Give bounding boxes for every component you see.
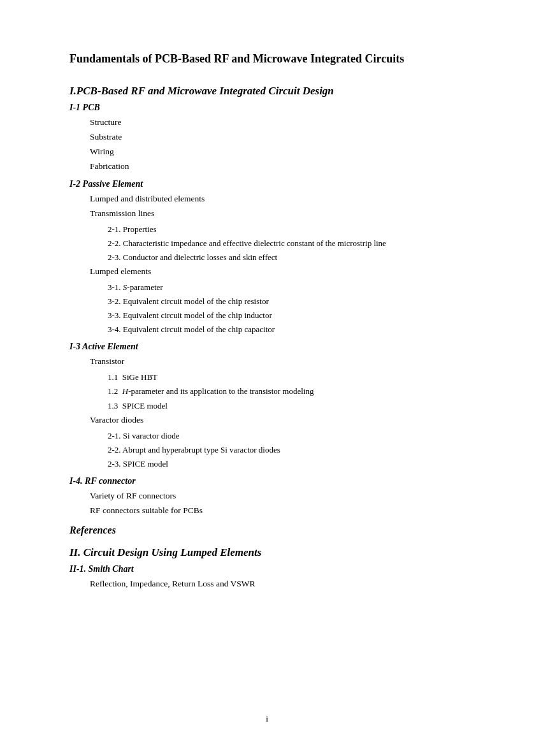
- i4-list: Variety of RF connectors RF connectors s…: [90, 489, 465, 518]
- list-item: Fabrication: [90, 159, 465, 174]
- ii1-list: Reflection, Impedance, Return Loss and V…: [90, 577, 465, 592]
- sub-item-3-3: 3-3. Equivalent circuit model of the chi…: [108, 309, 465, 323]
- list-item-transistor: Transistor: [90, 354, 465, 369]
- list-item: Transmission lines: [90, 207, 465, 221]
- page-container: Fundamentals of PCB-Based RF and Microwa…: [69, 0, 465, 756]
- list-item: Lumped elements: [90, 265, 465, 279]
- sub-item-2-2: 2-2. Characteristic impedance and effect…: [108, 236, 465, 251]
- i3-list-2: Varactor diodes: [90, 413, 465, 428]
- subsection-i3-heading: I-3 Active Element: [69, 342, 465, 352]
- sub-item-3-2: 3-2. Equivalent circuit model of the chi…: [108, 294, 465, 309]
- i1-list: Structure Substrate Wiring Fabrication: [90, 115, 465, 174]
- list-item: Variety of RF connectors: [90, 489, 465, 504]
- subsection-i2-heading: I-2 Passive Element: [69, 179, 465, 189]
- list-item: Structure: [90, 115, 465, 130]
- list-item: Wiring: [90, 145, 465, 159]
- subsection-i1-heading: I-1 PCB: [69, 103, 465, 113]
- list-item: Lumped and distributed elements: [90, 192, 465, 207]
- sub-item-2-1: 2-1. Properties: [108, 222, 465, 236]
- sub-item-1-3: 1.3 SPICE model: [108, 399, 465, 413]
- list-item: Reflection, Impedance, Return Loss and V…: [90, 577, 465, 592]
- document-title: Fundamentals of PCB-Based RF and Microwa…: [69, 51, 465, 67]
- list-item: RF connectors suitable for PCBs: [90, 504, 465, 518]
- subsection-i4-heading: I-4. RF connector: [69, 476, 465, 486]
- i2-list-2: Lumped elements: [90, 265, 465, 279]
- sub-item-3-4: 3-4. Equivalent circuit model of the chi…: [108, 323, 465, 337]
- list-item: Substrate: [90, 130, 465, 145]
- section-i-heading: I.PCB-Based RF and Microwave Integrated …: [69, 85, 465, 98]
- list-item-varactor: Varactor diodes: [90, 413, 465, 428]
- sub-item-v-3: 2-3. SPICE model: [108, 457, 465, 471]
- sub-item-1-2: 1.2 H-parameter and its application to t…: [108, 384, 465, 398]
- sub-item-v-1: 2-1. Si varactor diode: [108, 429, 465, 443]
- references-heading: References: [69, 525, 465, 536]
- page-number: i: [69, 714, 465, 724]
- section-ii-heading: II. Circuit Design Using Lumped Elements: [69, 546, 465, 559]
- sub-item-v-2: 2-2. Abrupt and hyperabrupt type Si vara…: [108, 443, 465, 457]
- sub-item-3-1: 3-1. S-parameter: [108, 280, 465, 294]
- i2-list: Lumped and distributed elements Transmis…: [90, 192, 465, 221]
- sub-item-1-1: 1.1 SiGe HBT: [108, 370, 465, 384]
- sub-item-2-3: 2-3. Conductor and dielectric losses and…: [108, 251, 465, 265]
- subsection-ii1-heading: II-1. Smith Chart: [69, 564, 465, 574]
- i3-list-1: Transistor: [90, 354, 465, 369]
